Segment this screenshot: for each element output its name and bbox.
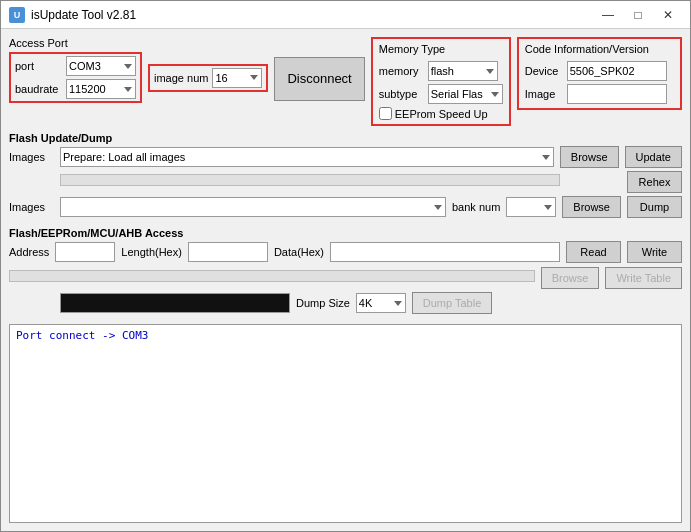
minimize-button[interactable]: — (594, 5, 622, 25)
flash-update-header: Flash Update/Dump (9, 132, 682, 144)
length-label: Length(Hex) (121, 246, 182, 258)
images-select1[interactable]: Prepare: Load all images (60, 147, 554, 167)
browse-button2[interactable]: Browse (562, 196, 621, 218)
memory-label: memory (379, 65, 424, 77)
browse-button1[interactable]: Browse (560, 146, 619, 168)
image-num-label: image num (154, 72, 208, 84)
code-info-label: Code Information/Version (525, 43, 674, 55)
device-label: Device (525, 65, 563, 77)
browse-button3[interactable]: Browse (541, 267, 600, 289)
flash-eeprom-section: Flash/EEPRom/MCU/AHB Access Address Leng… (9, 227, 682, 318)
eeprom-checkbox[interactable] (379, 107, 392, 120)
read-button[interactable]: Read (566, 241, 621, 263)
main-window: U isUpdate Tool v2.81 — □ ✕ Access Port … (0, 0, 691, 532)
images-label1: Images (9, 151, 54, 163)
baud-label: baudrate (15, 83, 60, 95)
image-input[interactable] (567, 84, 667, 104)
address-label: Address (9, 246, 49, 258)
maximize-button[interactable]: □ (624, 5, 652, 25)
eeprom-label: EEProm Speed Up (395, 108, 488, 120)
access-port-section: Access Port port COM3 baudrate 11520 (9, 37, 365, 103)
memory-type-label: Memory Type (379, 43, 503, 55)
disconnect-button[interactable]: Disconnect (274, 57, 364, 101)
eeprom-checkbox-label[interactable]: EEProm Speed Up (379, 107, 488, 120)
app-icon: U (9, 7, 25, 23)
memory-type-section: Memory Type memory flash subtype Serial … (371, 37, 511, 126)
progress-bar1 (60, 174, 560, 186)
access-port-label: Access Port (9, 37, 365, 49)
flash-eeprom-header: Flash/EEPRom/MCU/AHB Access (9, 227, 682, 239)
bank-num-label: bank num (452, 201, 500, 213)
close-button[interactable]: ✕ (654, 5, 682, 25)
port-select[interactable]: COM3 (66, 56, 136, 76)
port-wrapper: port COM3 baudrate 115200 (9, 52, 142, 103)
dump-images-select[interactable] (60, 293, 290, 313)
write-table-button[interactable]: Write Table (605, 267, 682, 289)
dump-size-label: Dump Size (296, 297, 350, 309)
top-row: Access Port port COM3 baudrate 11520 (9, 37, 682, 126)
baud-select[interactable]: 115200 (66, 79, 136, 99)
code-info-section: Code Information/Version Device Image (517, 37, 682, 110)
dump-size-select[interactable]: 4K 8K 16K 32K (356, 293, 406, 313)
images-label2: Images (9, 201, 54, 213)
dump-table-button[interactable]: Dump Table (412, 292, 493, 314)
bank-num-select[interactable] (506, 197, 556, 217)
image-num-select[interactable]: 16 (212, 68, 262, 88)
images-select2[interactable] (60, 197, 446, 217)
subtype-select[interactable]: Serial Flas (428, 84, 503, 104)
update-button[interactable]: Update (625, 146, 682, 168)
dump-button[interactable]: Dump (627, 196, 682, 218)
window-title: isUpdate Tool v2.81 (31, 8, 136, 22)
console-output: Port connect -> COM3 (9, 324, 682, 523)
write-button[interactable]: Write (627, 241, 682, 263)
port-label: port (15, 60, 60, 72)
device-input[interactable] (567, 61, 667, 81)
length-input[interactable] (188, 242, 268, 262)
flash-update-section: Flash Update/Dump Images Prepare: Load a… (9, 132, 682, 221)
title-bar: U isUpdate Tool v2.81 — □ ✕ (1, 1, 690, 29)
data-input[interactable] (330, 242, 560, 262)
image-num-wrapper: image num 16 (148, 64, 268, 92)
memory-select[interactable]: flash (428, 61, 498, 81)
image-label: Image (525, 88, 563, 100)
main-content: Access Port port COM3 baudrate 11520 (1, 29, 690, 531)
console-text: Port connect -> COM3 (16, 329, 148, 342)
data-label: Data(Hex) (274, 246, 324, 258)
progress-bar2 (9, 270, 535, 282)
rehex-button[interactable]: Rehex (627, 171, 682, 193)
address-input[interactable] (55, 242, 115, 262)
subtype-label: subtype (379, 88, 424, 100)
